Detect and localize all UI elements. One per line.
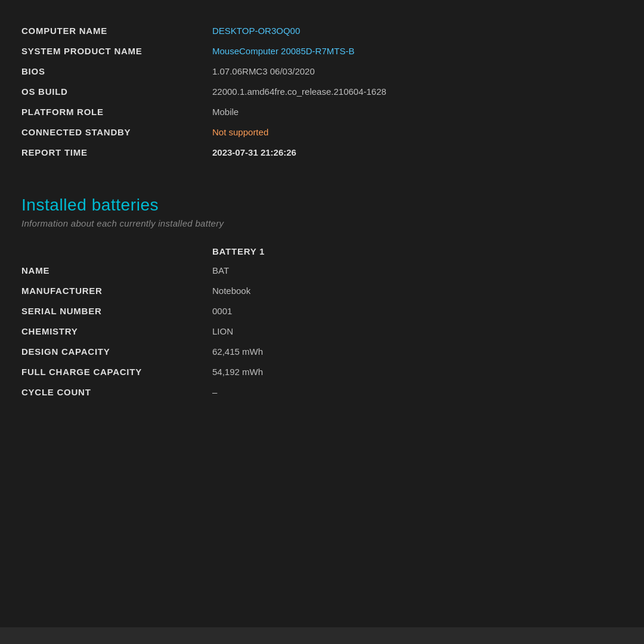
battery-name-row: NAME BAT (21, 264, 623, 278)
battery-full-charge-value: 54,192 mWh (212, 365, 263, 379)
battery-serial-value: 0001 (212, 304, 232, 318)
battery-full-charge-row: FULL CHARGE CAPACITY 54,192 mWh (21, 365, 623, 379)
system-info-section: COMPUTER NAME DESKTOP-OR3OQ00 SYSTEM PRO… (21, 24, 623, 160)
page-container: COMPUTER NAME DESKTOP-OR3OQ00 SYSTEM PRO… (0, 0, 644, 644)
system-product-name-value: MouseComputer 20085D-R7MTS-B (212, 44, 354, 58)
bios-label: BIOS (21, 64, 212, 79)
platform-role-value: Mobile (212, 105, 239, 119)
battery-section-title: Installed batteries (21, 196, 623, 215)
bottom-bar (0, 627, 644, 644)
battery-chemistry-row: CHEMISTRY LION (21, 324, 623, 339)
battery-serial-label: SERIAL NUMBER (21, 304, 212, 318)
platform-role-label: PLATFORM ROLE (21, 105, 212, 119)
battery-full-charge-label: FULL CHARGE CAPACITY (21, 365, 212, 379)
os-build-row: OS BUILD 22000.1.amd64fre.co_release.210… (21, 85, 623, 99)
battery-design-capacity-label: DESIGN CAPACITY (21, 345, 212, 359)
connected-standby-value: Not supported (212, 125, 268, 140)
computer-name-value: DESKTOP-OR3OQ00 (212, 24, 300, 38)
battery-name-value: BAT (212, 264, 229, 278)
battery-chemistry-label: CHEMISTRY (21, 324, 212, 339)
battery-section: Installed batteries Information about ea… (21, 196, 623, 400)
battery-cycle-count-label: CYCLE COUNT (21, 385, 212, 400)
battery-cycle-count-row: CYCLE COUNT – (21, 385, 623, 400)
bios-row: BIOS 1.07.06RMC3 06/03/2020 (21, 64, 623, 79)
report-time-value: 2023-07-31 21:26:26 (212, 145, 296, 160)
os-build-label: OS BUILD (21, 85, 212, 99)
report-time-row: REPORT TIME 2023-07-31 21:26:26 (21, 145, 623, 160)
os-build-value: 22000.1.amd64fre.co_release.210604-1628 (212, 85, 386, 99)
system-product-name-row: SYSTEM PRODUCT NAME MouseComputer 20085D… (21, 44, 623, 58)
battery-manufacturer-label: MANUFACTURER (21, 284, 212, 298)
battery-chemistry-value: LION (212, 324, 233, 339)
battery-name-label: NAME (21, 264, 212, 278)
battery-section-subtitle: Information about each currently install… (21, 218, 623, 228)
connected-standby-label: CONNECTED STANDBY (21, 125, 212, 140)
connected-standby-row: CONNECTED STANDBY Not supported (21, 125, 623, 140)
platform-role-row: PLATFORM ROLE Mobile (21, 105, 623, 119)
computer-name-label: COMPUTER NAME (21, 24, 212, 38)
battery-design-capacity-value: 62,415 mWh (212, 345, 263, 359)
battery-header-row: BATTERY 1 (21, 246, 623, 256)
battery-col-header: BATTERY 1 (212, 246, 265, 256)
battery-manufacturer-row: MANUFACTURER Notebook (21, 284, 623, 298)
report-time-label: REPORT TIME (21, 145, 212, 160)
battery-serial-row: SERIAL NUMBER 0001 (21, 304, 623, 318)
system-product-name-label: SYSTEM PRODUCT NAME (21, 44, 212, 58)
battery-cycle-count-value: – (212, 385, 217, 400)
battery-manufacturer-value: Notebook (212, 284, 250, 298)
battery-design-capacity-row: DESIGN CAPACITY 62,415 mWh (21, 345, 623, 359)
bios-value: 1.07.06RMC3 06/03/2020 (212, 64, 315, 79)
computer-name-row: COMPUTER NAME DESKTOP-OR3OQ00 (21, 24, 623, 38)
